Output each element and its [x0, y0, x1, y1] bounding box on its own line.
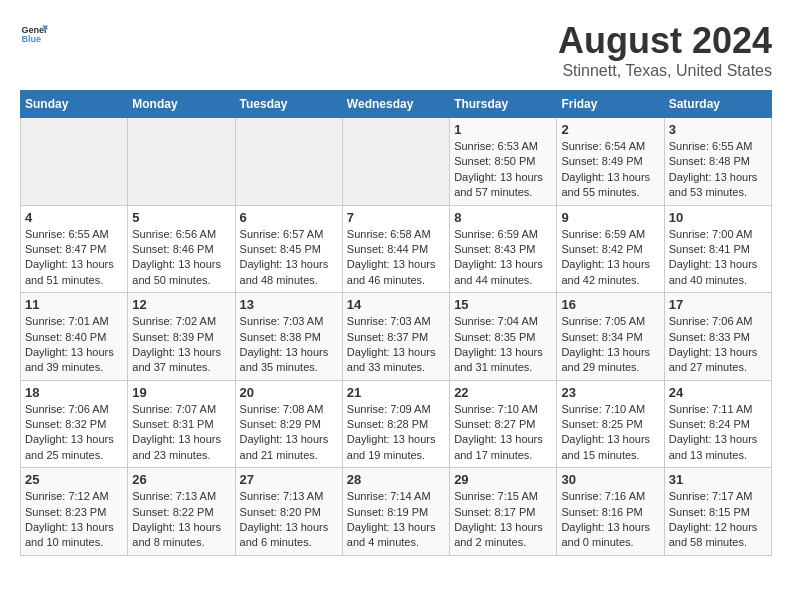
calendar-cell: 23Sunrise: 7:10 AM Sunset: 8:25 PM Dayli…	[557, 380, 664, 468]
calendar-cell: 8Sunrise: 6:59 AM Sunset: 8:43 PM Daylig…	[450, 205, 557, 293]
day-info: Sunrise: 6:56 AM Sunset: 8:46 PM Dayligh…	[132, 227, 230, 289]
day-number: 22	[454, 385, 552, 400]
day-info: Sunrise: 7:03 AM Sunset: 8:37 PM Dayligh…	[347, 314, 445, 376]
calendar-cell: 7Sunrise: 6:58 AM Sunset: 8:44 PM Daylig…	[342, 205, 449, 293]
day-info: Sunrise: 6:59 AM Sunset: 8:43 PM Dayligh…	[454, 227, 552, 289]
day-info: Sunrise: 7:00 AM Sunset: 8:41 PM Dayligh…	[669, 227, 767, 289]
calendar-cell: 10Sunrise: 7:00 AM Sunset: 8:41 PM Dayli…	[664, 205, 771, 293]
day-info: Sunrise: 7:13 AM Sunset: 8:20 PM Dayligh…	[240, 489, 338, 551]
day-info: Sunrise: 7:03 AM Sunset: 8:38 PM Dayligh…	[240, 314, 338, 376]
day-number: 19	[132, 385, 230, 400]
calendar-cell: 17Sunrise: 7:06 AM Sunset: 8:33 PM Dayli…	[664, 293, 771, 381]
calendar-cell: 18Sunrise: 7:06 AM Sunset: 8:32 PM Dayli…	[21, 380, 128, 468]
day-info: Sunrise: 7:17 AM Sunset: 8:15 PM Dayligh…	[669, 489, 767, 551]
day-number: 4	[25, 210, 123, 225]
day-info: Sunrise: 7:01 AM Sunset: 8:40 PM Dayligh…	[25, 314, 123, 376]
weekday-header-tuesday: Tuesday	[235, 91, 342, 118]
day-number: 10	[669, 210, 767, 225]
day-info: Sunrise: 7:11 AM Sunset: 8:24 PM Dayligh…	[669, 402, 767, 464]
day-info: Sunrise: 7:13 AM Sunset: 8:22 PM Dayligh…	[132, 489, 230, 551]
weekday-header-wednesday: Wednesday	[342, 91, 449, 118]
calendar-cell: 3Sunrise: 6:55 AM Sunset: 8:48 PM Daylig…	[664, 118, 771, 206]
day-number: 23	[561, 385, 659, 400]
calendar-cell: 20Sunrise: 7:08 AM Sunset: 8:29 PM Dayli…	[235, 380, 342, 468]
calendar-cell: 12Sunrise: 7:02 AM Sunset: 8:39 PM Dayli…	[128, 293, 235, 381]
day-number: 25	[25, 472, 123, 487]
day-number: 2	[561, 122, 659, 137]
day-info: Sunrise: 6:59 AM Sunset: 8:42 PM Dayligh…	[561, 227, 659, 289]
day-number: 11	[25, 297, 123, 312]
calendar-cell: 21Sunrise: 7:09 AM Sunset: 8:28 PM Dayli…	[342, 380, 449, 468]
weekday-header-thursday: Thursday	[450, 91, 557, 118]
day-number: 20	[240, 385, 338, 400]
day-number: 7	[347, 210, 445, 225]
day-number: 9	[561, 210, 659, 225]
day-number: 12	[132, 297, 230, 312]
page-title: August 2024	[558, 20, 772, 62]
day-number: 21	[347, 385, 445, 400]
day-number: 26	[132, 472, 230, 487]
day-info: Sunrise: 6:55 AM Sunset: 8:48 PM Dayligh…	[669, 139, 767, 201]
calendar-cell: 19Sunrise: 7:07 AM Sunset: 8:31 PM Dayli…	[128, 380, 235, 468]
weekday-header-friday: Friday	[557, 91, 664, 118]
calendar-cell	[342, 118, 449, 206]
day-number: 18	[25, 385, 123, 400]
day-info: Sunrise: 7:16 AM Sunset: 8:16 PM Dayligh…	[561, 489, 659, 551]
day-number: 27	[240, 472, 338, 487]
day-info: Sunrise: 6:55 AM Sunset: 8:47 PM Dayligh…	[25, 227, 123, 289]
calendar-cell: 6Sunrise: 6:57 AM Sunset: 8:45 PM Daylig…	[235, 205, 342, 293]
day-number: 31	[669, 472, 767, 487]
header: General Blue August 2024 Stinnett, Texas…	[20, 20, 772, 80]
day-number: 1	[454, 122, 552, 137]
weekday-header-saturday: Saturday	[664, 91, 771, 118]
logo-icon: General Blue	[20, 20, 48, 48]
calendar-cell: 5Sunrise: 6:56 AM Sunset: 8:46 PM Daylig…	[128, 205, 235, 293]
logo: General Blue	[20, 20, 48, 48]
calendar-cell: 13Sunrise: 7:03 AM Sunset: 8:38 PM Dayli…	[235, 293, 342, 381]
calendar-cell: 1Sunrise: 6:53 AM Sunset: 8:50 PM Daylig…	[450, 118, 557, 206]
calendar-cell: 25Sunrise: 7:12 AM Sunset: 8:23 PM Dayli…	[21, 468, 128, 556]
calendar-cell: 11Sunrise: 7:01 AM Sunset: 8:40 PM Dayli…	[21, 293, 128, 381]
calendar-cell	[21, 118, 128, 206]
title-area: August 2024 Stinnett, Texas, United Stat…	[558, 20, 772, 80]
calendar-cell: 24Sunrise: 7:11 AM Sunset: 8:24 PM Dayli…	[664, 380, 771, 468]
day-number: 30	[561, 472, 659, 487]
day-info: Sunrise: 7:09 AM Sunset: 8:28 PM Dayligh…	[347, 402, 445, 464]
calendar-cell: 26Sunrise: 7:13 AM Sunset: 8:22 PM Dayli…	[128, 468, 235, 556]
day-info: Sunrise: 7:06 AM Sunset: 8:33 PM Dayligh…	[669, 314, 767, 376]
day-number: 3	[669, 122, 767, 137]
day-info: Sunrise: 7:10 AM Sunset: 8:25 PM Dayligh…	[561, 402, 659, 464]
day-number: 28	[347, 472, 445, 487]
calendar-cell: 29Sunrise: 7:15 AM Sunset: 8:17 PM Dayli…	[450, 468, 557, 556]
day-number: 5	[132, 210, 230, 225]
calendar-cell	[128, 118, 235, 206]
calendar-cell: 2Sunrise: 6:54 AM Sunset: 8:49 PM Daylig…	[557, 118, 664, 206]
calendar-cell: 22Sunrise: 7:10 AM Sunset: 8:27 PM Dayli…	[450, 380, 557, 468]
day-info: Sunrise: 7:08 AM Sunset: 8:29 PM Dayligh…	[240, 402, 338, 464]
calendar-cell: 28Sunrise: 7:14 AM Sunset: 8:19 PM Dayli…	[342, 468, 449, 556]
calendar-cell: 14Sunrise: 7:03 AM Sunset: 8:37 PM Dayli…	[342, 293, 449, 381]
calendar-cell: 4Sunrise: 6:55 AM Sunset: 8:47 PM Daylig…	[21, 205, 128, 293]
day-info: Sunrise: 7:04 AM Sunset: 8:35 PM Dayligh…	[454, 314, 552, 376]
day-info: Sunrise: 7:14 AM Sunset: 8:19 PM Dayligh…	[347, 489, 445, 551]
day-info: Sunrise: 6:53 AM Sunset: 8:50 PM Dayligh…	[454, 139, 552, 201]
calendar-cell	[235, 118, 342, 206]
day-info: Sunrise: 7:07 AM Sunset: 8:31 PM Dayligh…	[132, 402, 230, 464]
calendar-cell: 30Sunrise: 7:16 AM Sunset: 8:16 PM Dayli…	[557, 468, 664, 556]
page-subtitle: Stinnett, Texas, United States	[558, 62, 772, 80]
day-info: Sunrise: 7:02 AM Sunset: 8:39 PM Dayligh…	[132, 314, 230, 376]
day-number: 14	[347, 297, 445, 312]
day-number: 16	[561, 297, 659, 312]
day-number: 13	[240, 297, 338, 312]
day-number: 24	[669, 385, 767, 400]
calendar-cell: 15Sunrise: 7:04 AM Sunset: 8:35 PM Dayli…	[450, 293, 557, 381]
calendar-cell: 16Sunrise: 7:05 AM Sunset: 8:34 PM Dayli…	[557, 293, 664, 381]
day-number: 29	[454, 472, 552, 487]
calendar-cell: 27Sunrise: 7:13 AM Sunset: 8:20 PM Dayli…	[235, 468, 342, 556]
day-number: 15	[454, 297, 552, 312]
day-number: 17	[669, 297, 767, 312]
day-info: Sunrise: 7:12 AM Sunset: 8:23 PM Dayligh…	[25, 489, 123, 551]
day-info: Sunrise: 6:54 AM Sunset: 8:49 PM Dayligh…	[561, 139, 659, 201]
day-info: Sunrise: 7:10 AM Sunset: 8:27 PM Dayligh…	[454, 402, 552, 464]
day-info: Sunrise: 7:06 AM Sunset: 8:32 PM Dayligh…	[25, 402, 123, 464]
